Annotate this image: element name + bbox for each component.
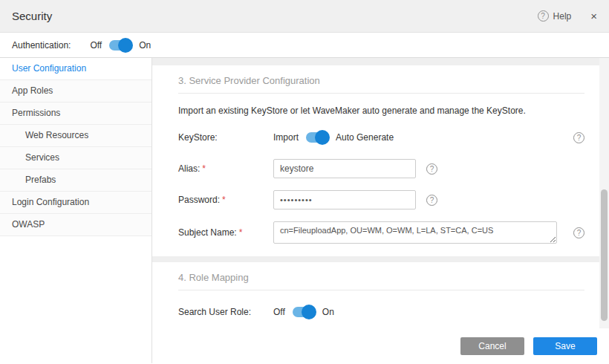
section-description: Import an existing KeyStore or let WaveM… (178, 105, 584, 116)
authentication-off-label: Off (90, 40, 102, 51)
footer-bar: Cancel Save (152, 328, 609, 363)
authentication-label: Authentication: (12, 40, 71, 51)
required-asterisk: * (239, 227, 243, 238)
scroll-area: 3. Service Provider Configuration Import… (152, 58, 609, 328)
sidebar-item-app-roles[interactable]: App Roles (0, 80, 152, 103)
keystore-row: KeyStore: Import Auto Generate ? (178, 128, 584, 147)
search-user-role-on-label: On (322, 307, 334, 317)
required-asterisk: * (202, 163, 206, 174)
password-row: Password:* ? (178, 190, 584, 209)
toggle-knob (118, 38, 133, 53)
help-icon[interactable]: ? (538, 10, 549, 22)
sidebar-item-login-configuration[interactable]: Login Configuration (0, 192, 152, 214)
help-label[interactable]: Help (553, 11, 572, 22)
sidebar-item-permissions[interactable]: Permissions (0, 103, 152, 125)
authentication-on-label: On (139, 40, 151, 51)
scrollbar-thumb[interactable] (601, 189, 608, 321)
search-user-role-off-label: Off (273, 307, 285, 317)
authentication-bar: Authentication: Off On (0, 33, 609, 58)
required-asterisk: * (222, 195, 226, 205)
search-user-role-label: Search User Role: (178, 307, 273, 317)
save-button[interactable]: Save (533, 337, 597, 355)
subject-name-help-icon[interactable]: ? (573, 227, 584, 238)
search-user-role-toggle[interactable] (293, 307, 315, 317)
sidebar-item-web-resources[interactable]: Web Resources (0, 125, 152, 147)
sidebar-item-owasp[interactable]: OWASP (0, 214, 152, 236)
keystore-import-label: Import (273, 132, 299, 143)
keystore-label: KeyStore: (178, 132, 273, 143)
page-title: Security (12, 10, 52, 22)
subject-name-row: Subject Name:* cn=FileuploadApp, OU=WM, … (178, 221, 584, 244)
section-title-role-mapping: 4. Role Mapping (178, 262, 584, 290)
subject-name-textarea[interactable]: cn=FileuploadApp, OU=WM, O=WM, L=LA, ST=… (273, 221, 557, 244)
alias-label: Alias:* (178, 163, 273, 174)
service-provider-section: 3. Service Provider Configuration Import… (152, 65, 599, 256)
password-input[interactable] (273, 190, 416, 209)
alias-help-icon[interactable]: ? (426, 163, 437, 175)
sidebar: User Configuration App Roles Permissions… (0, 58, 152, 363)
password-label: Password:* (178, 195, 273, 205)
role-mapping-section: 4. Role Mapping Search User Role: Off On (152, 262, 599, 328)
keystore-help-icon[interactable]: ? (573, 132, 584, 143)
scrollbar-track[interactable] (599, 58, 609, 328)
keystore-toggle[interactable] (306, 132, 328, 143)
body: User Configuration App Roles Permissions… (0, 58, 609, 363)
close-icon[interactable]: × (590, 10, 597, 22)
sidebar-item-prefabs[interactable]: Prefabs (0, 169, 152, 192)
keystore-auto-generate-label: Auto Generate (336, 132, 394, 143)
cancel-button[interactable]: Cancel (460, 337, 524, 355)
section-title-service-provider: 3. Service Provider Configuration (178, 65, 584, 94)
password-help-icon[interactable]: ? (426, 195, 437, 206)
content-area: 3. Service Provider Configuration Import… (152, 58, 609, 363)
subject-name-label: Subject Name:* (178, 227, 273, 238)
sidebar-item-user-configuration[interactable]: User Configuration (0, 58, 152, 80)
sidebar-item-services[interactable]: Services (0, 147, 152, 169)
authentication-toggle[interactable] (109, 40, 131, 51)
toggle-knob (315, 130, 330, 145)
window-header: Security ? Help × (0, 0, 609, 33)
toggle-knob (302, 305, 316, 319)
alias-row: Alias:* ? (178, 159, 584, 178)
alias-input[interactable] (273, 159, 416, 178)
search-user-role-row: Search User Role: Off On (178, 302, 584, 322)
